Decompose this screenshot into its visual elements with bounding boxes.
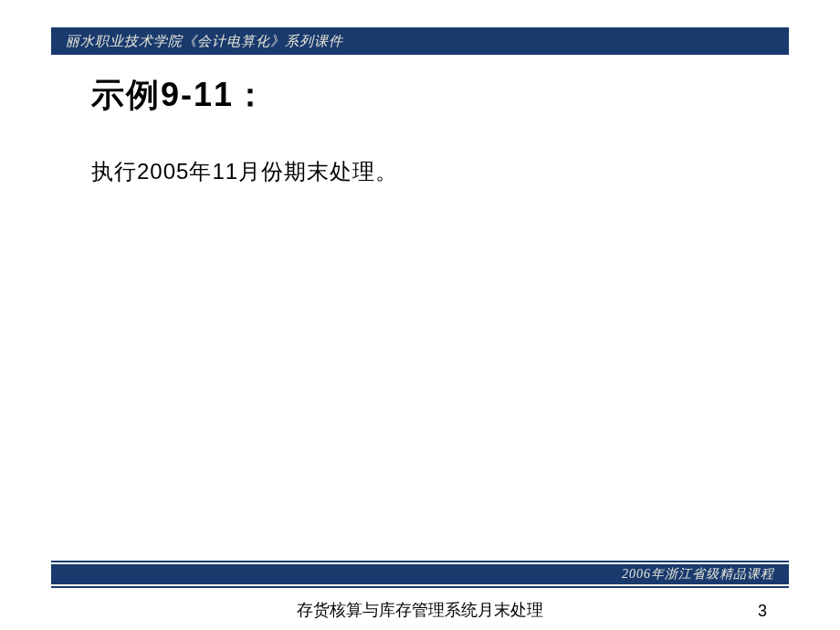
- slide-title: 示例9-11：: [91, 73, 749, 118]
- footer-divider-top: [51, 561, 789, 562]
- bottom-caption: 存货核算与库存管理系统月末处理: [0, 599, 840, 621]
- header-bar: 丽水职业技术学院《会计电算化》系列课件: [51, 29, 789, 53]
- footer-divider-bottom: [51, 586, 789, 588]
- page-number: 3: [758, 602, 767, 621]
- footer-bar: 2006年浙江省级精品课程: [51, 564, 789, 584]
- header-divider-bottom: [51, 53, 789, 55]
- header-text: 丽水职业技术学院《会计电算化》系列课件: [66, 33, 343, 50]
- slide-body: 执行2005年11月份期末处理。: [91, 154, 749, 189]
- footer-text: 2006年浙江省级精品课程: [622, 566, 774, 583]
- slide-container: 丽水职业技术学院《会计电算化》系列课件 示例9-11： 执行2005年11月份期…: [0, 0, 840, 630]
- content-area: 示例9-11： 执行2005年11月份期末处理。: [91, 73, 749, 189]
